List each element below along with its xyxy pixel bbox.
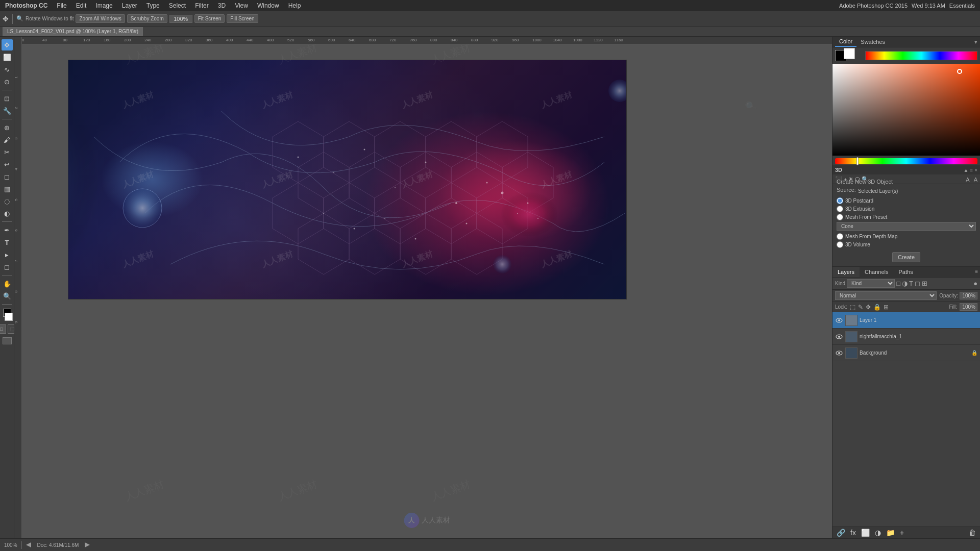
brush-tool[interactable]: 🖌	[2, 134, 13, 145]
radio-mesh-preset-input[interactable]	[837, 214, 843, 220]
canvas-image[interactable]: 人人素材 人人素材 人人素材 人人素材 人人素材 人人素材 人人素材 人人素材 …	[68, 60, 627, 299]
menu-type[interactable]: Type	[142, 1, 164, 10]
layer-filter-type-icon[interactable]: T	[909, 280, 913, 287]
zoom-level-input[interactable]	[169, 15, 192, 23]
radio-volume-input[interactable]	[837, 241, 843, 248]
status-arrow-right[interactable]	[83, 542, 90, 547]
blur-tool[interactable]: ◌	[2, 195, 13, 207]
layer-filter-adj-icon[interactable]: ◑	[902, 280, 908, 287]
radio-postcard-input[interactable]	[837, 197, 843, 204]
radio-mesh-depth[interactable]: Mesh From Depth Map	[837, 233, 976, 240]
new-fill-adj-btn[interactable]: ◑	[873, 529, 883, 537]
scrubby-zoom-btn[interactable]: Scrubby Zoom	[127, 14, 167, 23]
eyedropper-tool[interactable]: 🔧	[2, 105, 13, 116]
layer-item-2[interactable]: Background 🔒	[832, 345, 980, 361]
menu-edit[interactable]: Edit	[72, 1, 91, 10]
lock-artboard-icon[interactable]: ⊞	[884, 304, 889, 311]
opacity-value-input[interactable]	[960, 292, 977, 299]
delete-layer-btn[interactable]: 🗑	[967, 529, 977, 537]
status-arrow-left[interactable]	[26, 542, 33, 547]
menu-layer[interactable]: Layer	[118, 1, 141, 10]
layer-filter-shape-icon[interactable]: ◻	[915, 280, 920, 287]
background-color[interactable]	[5, 313, 13, 321]
layer-visibility-0[interactable]	[835, 316, 843, 324]
layer-filter-pixel-icon[interactable]: □	[896, 280, 900, 287]
standard-mode[interactable]: □	[0, 324, 6, 334]
radio-mesh-preset[interactable]: Mesh From Preset	[837, 214, 976, 220]
layer-filter-smart-icon[interactable]: ⊞	[922, 280, 927, 287]
pen-tool[interactable]: ✒	[2, 224, 13, 236]
fg-bg-colors[interactable]	[2, 309, 13, 321]
tab-color[interactable]: Color	[835, 37, 856, 47]
menu-help[interactable]: Help	[284, 1, 305, 10]
tab-swatches[interactable]: Swatches	[856, 37, 889, 46]
radio-3d-extrusion[interactable]: 3D Extrusion	[837, 206, 976, 212]
eraser-tool[interactable]: ◻	[2, 171, 13, 182]
dodge-tool[interactable]: ◐	[2, 208, 13, 219]
move-tool-icon[interactable]: ✥	[3, 15, 9, 23]
add-mask-btn[interactable]: ⬜	[860, 529, 871, 537]
panel-3d-menu[interactable]: ≡	[970, 167, 973, 173]
lock-position-icon[interactable]: ✥	[866, 304, 871, 311]
type-tool[interactable]: T	[2, 237, 13, 248]
layer-item-1[interactable]: nightfallmacchia_1	[832, 329, 980, 345]
fill-screen-btn[interactable]: Fill Screen	[227, 14, 258, 23]
tab-paths[interactable]: Paths	[894, 267, 918, 277]
tab-layers[interactable]: Layers	[832, 267, 860, 277]
layer-item-0[interactable]: Layer 1	[832, 312, 980, 329]
fill-value-input[interactable]	[960, 303, 977, 311]
gradient-tool[interactable]: ▦	[2, 183, 13, 194]
path-selection-tool[interactable]: ▸	[2, 249, 13, 260]
create-3d-button[interactable]: Create	[892, 252, 920, 262]
menu-file[interactable]: File	[53, 1, 70, 10]
menu-select[interactable]: Select	[165, 1, 190, 10]
zoom-tool[interactable]: 🔍	[2, 290, 13, 302]
rectangular-marquee-tool[interactable]: ⬜	[2, 52, 13, 63]
lock-transparent-icon[interactable]: ⬚	[850, 304, 855, 311]
crop-tool[interactable]: ⊡	[2, 93, 13, 104]
healing-brush-tool[interactable]: ⊕	[2, 122, 13, 133]
menu-filter[interactable]: Filter	[191, 1, 213, 10]
history-brush-tool[interactable]: ↩	[2, 159, 13, 170]
background-swatch[interactable]	[844, 48, 855, 59]
layers-panel-menu[interactable]: ≡	[973, 267, 980, 277]
menu-view[interactable]: View	[231, 1, 252, 10]
shape-tool[interactable]: ◻	[2, 261, 13, 272]
color-gradient[interactable]	[832, 64, 980, 156]
radio-mesh-depth-input[interactable]	[837, 233, 843, 240]
kind-filter-select[interactable]: Kind Name Effect Mode Attribute Color	[847, 279, 895, 288]
layer-filter-toggle[interactable]: ●	[973, 280, 977, 287]
layer-visibility-2[interactable]	[835, 349, 843, 357]
lock-all-icon[interactable]: 🔒	[873, 304, 881, 311]
menu-image[interactable]: Image	[91, 1, 116, 10]
menu-window[interactable]: Window	[253, 1, 283, 10]
blend-mode-select[interactable]: Normal Dissolve Multiply Screen Overlay	[835, 291, 937, 300]
zoom-all-windows-btn[interactable]: Zoom All Windows	[76, 14, 125, 23]
move-tool[interactable]: ✥	[2, 39, 13, 51]
color-spectrum-bar[interactable]	[865, 51, 977, 60]
color-panel-menu[interactable]: ▾	[974, 39, 977, 45]
radio-volume[interactable]: 3D Volume	[837, 241, 976, 248]
mesh-preset-select[interactable]: Cone Cone Cube Cylinder Donut Hat Sphere	[837, 222, 976, 231]
add-layer-style-btn[interactable]: fx	[849, 529, 857, 537]
layer-visibility-1[interactable]	[835, 333, 843, 341]
screen-mode-icon[interactable]	[3, 337, 12, 344]
quick-select-tool[interactable]: ⊙	[2, 76, 13, 87]
canvas-container[interactable]: 🔍 🔍 🔍 🔍 🔍	[22, 44, 832, 538]
layers-list[interactable]: Layer 1 nightfallmacchia_1	[832, 312, 980, 527]
hue-slider[interactable]	[835, 158, 977, 164]
lock-image-icon[interactable]: ✎	[858, 304, 863, 311]
new-layer-btn[interactable]: +	[898, 529, 905, 537]
link-layers-btn[interactable]: 🔗	[835, 529, 847, 537]
hand-tool[interactable]: ✋	[2, 278, 13, 289]
document-tab[interactable]: LS_Lesson04_F002_V01.psd @ 100% (Layer 1…	[3, 27, 143, 36]
new-group-btn[interactable]: 📁	[885, 529, 896, 537]
lasso-tool[interactable]: ∿	[2, 64, 13, 75]
clone-stamp-tool[interactable]: ✂	[2, 146, 13, 158]
radio-extrusion-input[interactable]	[837, 206, 843, 212]
tab-channels[interactable]: Channels	[860, 267, 893, 277]
radio-3d-postcard[interactable]: 3D Postcard	[837, 197, 976, 204]
panel-3d-collapse[interactable]: ▲	[963, 167, 968, 173]
panel-3d-close[interactable]: ×	[974, 167, 977, 173]
fit-screen-btn[interactable]: Fit Screen	[194, 14, 225, 23]
